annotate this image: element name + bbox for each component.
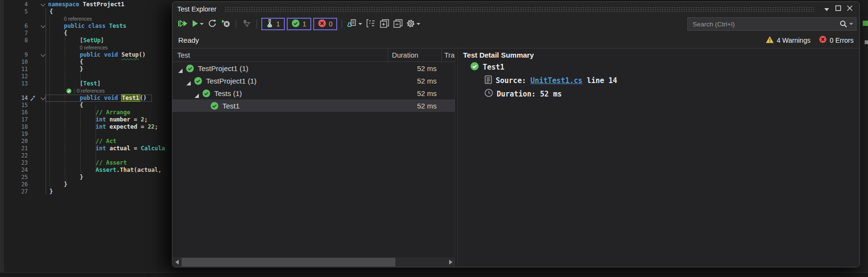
test-explorer-toolbar: 1 1 0 — [172, 16, 859, 32]
code-text: { — [80, 102, 83, 109]
failed-tests-toggle[interactable]: 0 — [313, 18, 338, 30]
run-button[interactable] — [191, 18, 205, 30]
codelens-row[interactable]: |0 references — [0, 87, 173, 95]
test-explorer-titlebar[interactable]: Test Explorer — [172, 2, 859, 16]
test-tree-row-main: TestProject1 (1) — [172, 77, 388, 85]
code-line: 16// Arrange — [0, 109, 173, 116]
visual-studio-screen: 4namespace TestProject15{0 references6pu… — [0, 0, 868, 277]
test-explorer-window: Test Explorer — [172, 1, 860, 267]
expand-all-button[interactable] — [379, 18, 390, 30]
window-title: Test Explorer — [177, 5, 217, 13]
expander-triangle-icon[interactable] — [178, 66, 183, 71]
test-tree-row[interactable]: TestProject1 (1)52 ms — [172, 62, 455, 74]
code-text: namespace TestProject1 — [48, 1, 124, 8]
code-text: { — [49, 8, 53, 15]
detail-source-row: Source: UnitTest1.cs line 14 — [485, 75, 859, 86]
line-number: 24 — [0, 167, 28, 174]
test-tree-row[interactable]: TestProject1 (1)52 ms — [172, 74, 455, 87]
collapse-all-icon — [393, 19, 403, 29]
scrollbar-track[interactable] — [181, 257, 446, 267]
failed-tests-count: 0 — [329, 20, 333, 28]
repeat-last-run-button[interactable] — [207, 18, 218, 30]
detail-duration-text: Duration: 52 ms — [497, 90, 562, 98]
dropdown-caret-icon — [416, 23, 420, 25]
run-all-tests-button[interactable] — [177, 18, 189, 30]
code-line: 5{ — [0, 8, 173, 15]
toolbar-separator — [342, 20, 342, 28]
codelens-references[interactable]: 0 references — [80, 44, 108, 51]
fold-chevron-icon[interactable] — [41, 24, 46, 28]
column-header-traits[interactable]: Tra — [441, 48, 455, 61]
window-bottom-strip — [0, 272, 868, 277]
test-list-header: Test Duration Tra — [172, 48, 455, 62]
fold-chevron-icon[interactable] — [41, 2, 46, 7]
code-text: { — [64, 30, 67, 37]
close-button[interactable] — [844, 4, 856, 14]
code-line: 23// Assert — [0, 159, 173, 167]
scrollbar-thumb[interactable] — [182, 258, 395, 266]
test-explorer-content: Test Duration Tra TestProject1 (1)52 msT… — [172, 48, 859, 267]
scroll-left-button[interactable] — [172, 257, 181, 267]
maximize-button[interactable] — [832, 4, 844, 14]
detail-test-name: Test1 — [483, 63, 504, 72]
quick-actions-icon[interactable] — [30, 95, 36, 101]
cancel-run-icon — [221, 19, 230, 29]
total-tests-toggle[interactable]: 1 — [261, 18, 285, 30]
code-text: [SetUp] — [80, 37, 104, 44]
column-header-test[interactable]: Test — [172, 51, 388, 59]
warnings-badge[interactable]: 4 Warnings — [766, 36, 810, 45]
code-line: 4namespace TestProject1 — [0, 1, 173, 8]
detail-duration-row: Duration: 52 ms — [485, 89, 859, 99]
drag-handle-dots[interactable] — [224, 7, 814, 12]
scroll-left-icon — [175, 259, 179, 266]
repeat-run-icon — [208, 19, 217, 29]
fold-chevron-icon[interactable] — [41, 96, 46, 100]
line-number: 9 — [0, 51, 28, 59]
test-tree-row[interactable]: Tests (1)52 ms — [172, 87, 455, 99]
test-hierarchy-button[interactable] — [365, 18, 377, 30]
code-text: Assert.That(actual, — [96, 167, 161, 174]
test-tree-row-main: Test1 — [172, 102, 388, 110]
line-number: 8 — [0, 37, 28, 44]
search-input[interactable] — [693, 21, 840, 28]
errors-badge[interactable]: 0 Errors — [819, 36, 854, 45]
test-tree-row[interactable]: Test152 ms — [172, 99, 455, 112]
codelens-references[interactable]: |0 references — [66, 87, 105, 95]
code-line: 9public void Setup() — [0, 51, 173, 59]
test-duration: 52 ms — [388, 102, 441, 110]
source-file-link[interactable]: UnitTest1.cs — [530, 76, 582, 85]
settings-button[interactable] — [405, 18, 421, 30]
search-icon[interactable] — [840, 20, 853, 28]
code-text: public class Tests — [64, 23, 126, 30]
passed-tests-toggle[interactable]: 1 — [287, 18, 311, 30]
column-header-duration[interactable]: Duration — [388, 48, 441, 61]
line-number: 26 — [0, 181, 28, 188]
passed-tests-count: 1 — [303, 20, 306, 28]
test-duration: 52 ms — [388, 89, 441, 97]
code-text: [Test] — [80, 80, 100, 87]
run-all-tests-icon — [178, 20, 188, 29]
filter-button[interactable] — [241, 18, 252, 30]
scroll-right-button[interactable] — [446, 257, 455, 267]
code-text: // Act — [96, 138, 116, 145]
code-line: 13[Test] — [0, 80, 173, 87]
cancel-run-button[interactable] — [220, 18, 232, 30]
fold-chevron-icon[interactable] — [41, 52, 46, 57]
collapse-all-button[interactable] — [392, 18, 403, 30]
detail-test-row: Test1 — [470, 62, 859, 72]
test-name-label: Tests (1) — [214, 89, 242, 97]
line-number: 16 — [0, 109, 28, 116]
line-number: 27 — [0, 188, 28, 195]
codelens-row[interactable]: 0 references — [0, 44, 173, 51]
expander-triangle-icon[interactable] — [186, 79, 191, 83]
line-number: 18 — [0, 123, 28, 131]
close-icon — [847, 5, 853, 12]
scrollbar-thumb-mark[interactable] — [865, 40, 868, 44]
code-text: } — [49, 188, 53, 195]
group-by-button[interactable] — [346, 18, 363, 30]
window-position-button[interactable] — [821, 4, 832, 14]
codelens-row[interactable]: 0 references — [0, 15, 173, 23]
expander-triangle-icon[interactable] — [195, 91, 199, 96]
line-number: 20 — [0, 138, 28, 145]
codelens-references[interactable]: 0 references — [64, 15, 92, 23]
